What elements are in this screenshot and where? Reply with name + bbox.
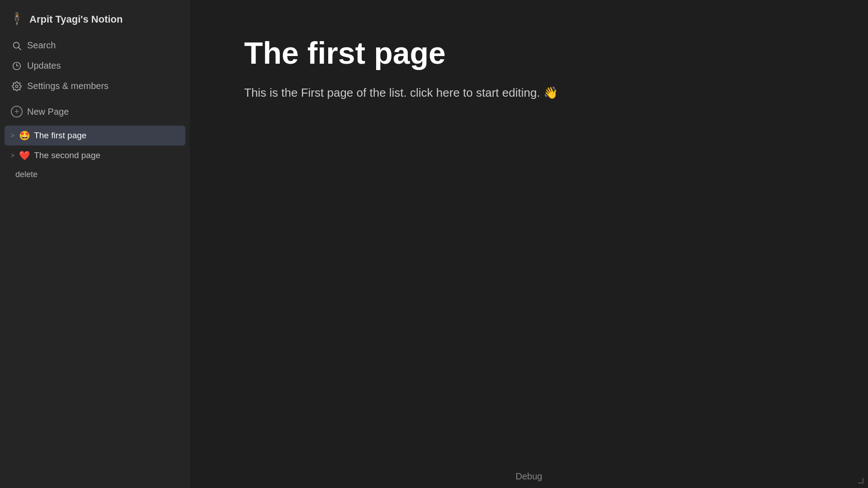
delete-button[interactable]: delete	[5, 166, 185, 183]
debug-bar: Debug	[190, 465, 868, 488]
page-body[interactable]: This is the First page of the list. clic…	[244, 84, 606, 103]
clock-icon	[11, 61, 23, 71]
sidebar-pages: > 🤩 The first page > ❤️ The second page …	[0, 126, 190, 183]
new-page-icon: +	[11, 106, 23, 117]
sidebar-item-search[interactable]: Search	[5, 36, 185, 55]
workspace-title: Arpit Tyagi's Notion	[29, 14, 123, 25]
workspace-header[interactable]: 🕴 Arpit Tyagi's Notion	[0, 7, 190, 36]
chevron-first-icon: >	[11, 132, 14, 139]
gear-icon	[11, 81, 23, 91]
sidebar: 🕴 Arpit Tyagi's Notion Search Updates	[0, 0, 190, 488]
svg-line-1	[19, 47, 21, 50]
sidebar-nav: Search Updates Settings & members	[0, 36, 190, 96]
sidebar-item-settings[interactable]: Settings & members	[5, 76, 185, 96]
sidebar-page-second[interactable]: > ❤️ The second page	[5, 145, 185, 165]
main-content: The first page This is the First page of…	[190, 0, 868, 488]
second-page-emoji: ❤️	[19, 150, 30, 161]
chevron-second-icon: >	[11, 152, 14, 159]
new-page-button[interactable]: + New Page	[5, 101, 185, 122]
first-page-label: The first page	[34, 131, 86, 141]
sidebar-search-label: Search	[27, 40, 56, 51]
sidebar-updates-label: Updates	[27, 61, 61, 71]
content-area: The first page This is the First page of…	[190, 0, 868, 488]
search-icon	[11, 41, 23, 51]
sidebar-settings-label: Settings & members	[27, 81, 108, 91]
sidebar-page-first[interactable]: > 🤩 The first page	[5, 126, 185, 145]
sidebar-item-updates[interactable]: Updates	[5, 56, 185, 75]
page-title: The first page	[244, 36, 814, 70]
resize-handle[interactable]	[858, 478, 863, 483]
svg-point-3	[15, 85, 18, 88]
new-page-section: + New Page	[0, 101, 190, 122]
first-page-emoji: 🤩	[19, 130, 30, 141]
second-page-label: The second page	[34, 150, 100, 160]
workspace-emoji: 🕴	[9, 12, 25, 27]
debug-label: Debug	[516, 471, 542, 482]
new-page-label: New Page	[27, 107, 69, 117]
